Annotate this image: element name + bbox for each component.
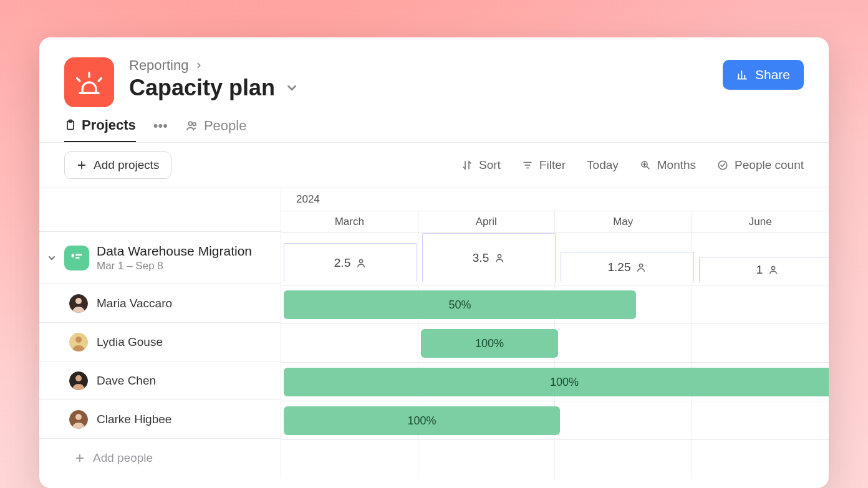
people-count-label: People count (735, 158, 804, 172)
person-row[interactable]: Maria Vaccaro (39, 284, 281, 323)
person-icon (635, 262, 647, 273)
project-icon (64, 246, 89, 270)
add-projects-button[interactable]: Add projects (64, 151, 171, 179)
avatar (69, 371, 88, 390)
zoom-icon (640, 160, 651, 171)
share-label: Share (755, 67, 790, 82)
add-people-timeline-spacer (281, 440, 829, 479)
left-header-spacer (39, 188, 281, 232)
project-dates: Mar 1 – Sep 8 (97, 260, 252, 272)
svg-point-12 (75, 337, 82, 343)
timeline-year: 2024 (281, 188, 829, 211)
month-header: March (281, 211, 418, 232)
tabs: Projects ••• People (39, 112, 829, 142)
svg-point-3 (193, 123, 196, 126)
svg-point-2 (188, 122, 192, 125)
summary-may[interactable]: 1.25 (561, 252, 694, 282)
months-label: Months (657, 158, 696, 172)
tab-projects[interactable]: Projects (64, 117, 136, 142)
svg-point-10 (75, 298, 82, 304)
tab-people[interactable]: People (185, 118, 247, 141)
tab-people-label: People (204, 118, 247, 134)
breadcrumb-parent[interactable]: Reporting (129, 57, 188, 74)
person-row[interactable]: Dave Chen (39, 361, 281, 400)
app-card: Reporting Capacity plan Share (39, 37, 829, 488)
tab-more-icon[interactable]: ••• (153, 118, 168, 141)
summary-march[interactable]: 2.5 (284, 243, 417, 282)
person-name: Dave Chen (97, 374, 156, 388)
summary-june[interactable]: 1 (699, 257, 829, 282)
timeline-header: 2024 MarchAprilMayJune (281, 188, 829, 233)
add-people-label: Add people (93, 451, 153, 465)
breadcrumb[interactable]: Reporting (129, 57, 299, 74)
share-chart-icon (736, 69, 749, 81)
summary-value: 1 (756, 263, 763, 277)
svg-point-20 (772, 266, 775, 269)
project-row[interactable]: Data Warehouse Migration Mar 1 – Sep 8 (39, 232, 281, 284)
person-timeline-row: 100% (281, 324, 829, 363)
person-timeline-row: 100% (281, 401, 829, 440)
person-row[interactable]: Lydia Gouse (39, 323, 281, 361)
project-name: Data Warehouse Migration (97, 244, 252, 259)
page-title: Capacity plan (129, 75, 275, 101)
chevron-down-icon[interactable] (47, 253, 57, 263)
plus-icon (76, 160, 87, 171)
summary-april[interactable]: 3.5 (422, 233, 556, 282)
sort-icon (461, 160, 473, 171)
plus-icon (74, 452, 85, 464)
add-people-button[interactable]: Add people (39, 439, 281, 477)
filter-label: Filter (539, 158, 566, 172)
today-button[interactable]: Today (587, 158, 619, 172)
svg-point-14 (75, 375, 82, 381)
sort-button[interactable]: Sort (461, 158, 501, 172)
today-label: Today (587, 158, 619, 172)
avatar (69, 294, 88, 313)
person-name: Clarke Higbee (97, 413, 171, 426)
person-row[interactable]: Clarke Higbee (39, 400, 281, 439)
months-button[interactable]: Months (640, 158, 696, 172)
chevron-right-icon (195, 61, 203, 70)
summary-value: 2.5 (334, 256, 350, 270)
svg-point-17 (360, 259, 363, 262)
tab-projects-label: Projects (82, 117, 136, 133)
person-icon (768, 264, 779, 275)
person-name: Maria Vaccaro (97, 297, 172, 310)
check-circle-icon (717, 160, 728, 171)
chevron-down-icon[interactable] (285, 81, 299, 95)
svg-point-18 (498, 254, 501, 257)
svg-point-19 (640, 264, 643, 267)
svg-rect-7 (75, 254, 82, 256)
filter-button[interactable]: Filter (522, 158, 566, 172)
toolbar: Add projects Sort Filter Today Months Pe… (39, 143, 829, 188)
svg-rect-6 (72, 254, 74, 257)
header: Reporting Capacity plan Share (39, 37, 829, 112)
person-timeline-row: 50% (281, 285, 829, 324)
svg-point-5 (718, 161, 727, 170)
summary-value: 3.5 (473, 251, 489, 265)
summary-value: 1.25 (608, 261, 631, 274)
people-count-button[interactable]: People count (717, 158, 804, 172)
allocation-bar[interactable]: 100% (421, 329, 558, 358)
clipboard-icon (64, 119, 77, 132)
allocation-bar[interactable]: 50% (284, 290, 636, 319)
month-header: June (692, 211, 829, 232)
svg-point-16 (75, 414, 82, 420)
person-timeline-row: 100% (281, 363, 829, 401)
month-header: April (418, 211, 556, 232)
sort-label: Sort (479, 158, 501, 172)
person-name: Lydia Gouse (97, 335, 163, 349)
person-icon (355, 257, 367, 269)
people-icon (185, 119, 199, 133)
filter-icon (522, 160, 533, 171)
allocation-bar[interactable]: 100% (284, 368, 829, 396)
capacity-grid: Data Warehouse Migration Mar 1 – Sep 8 M… (39, 188, 829, 479)
allocation-bar[interactable]: 100% (284, 406, 560, 435)
month-header: May (555, 211, 692, 232)
svg-rect-8 (75, 257, 79, 259)
share-button[interactable]: Share (723, 60, 804, 90)
avatar (69, 333, 88, 352)
person-icon (494, 252, 505, 264)
app-icon (64, 57, 114, 107)
add-projects-label: Add projects (94, 158, 160, 172)
avatar (69, 410, 88, 429)
